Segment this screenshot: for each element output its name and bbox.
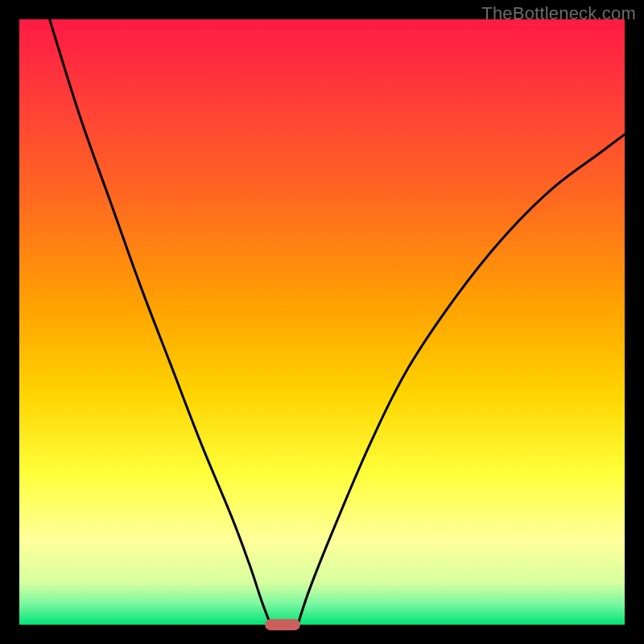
watermark-text: TheBottleneck.com [481,3,636,24]
bottleneck-plot [19,19,625,625]
gradient-background [19,19,625,625]
bottleneck-marker [265,619,300,630]
